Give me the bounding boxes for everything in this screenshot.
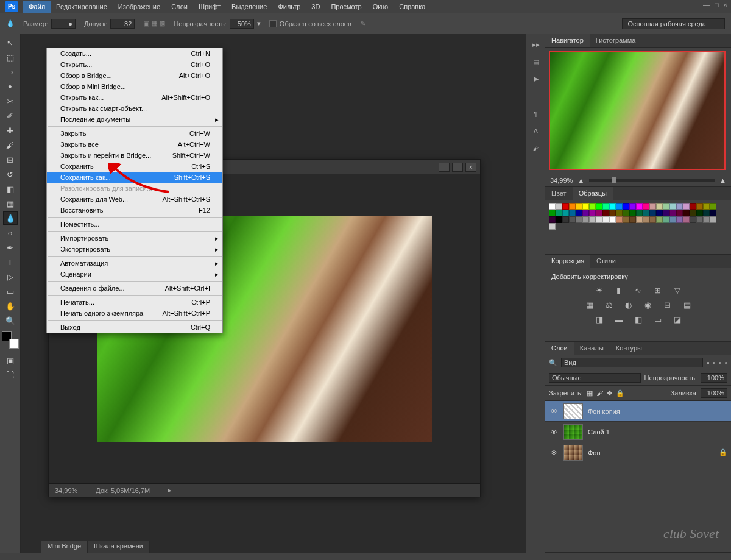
quickmask-tool[interactable]: ▣: [3, 353, 18, 367]
actions-panel-icon[interactable]: ▤: [530, 56, 542, 67]
vibrance-icon[interactable]: ▽: [671, 285, 683, 295]
doc-maximize-icon[interactable]: □: [452, 163, 463, 172]
menu-item[interactable]: Открыть...Ctrl+O: [47, 59, 222, 70]
swatch[interactable]: [676, 210, 683, 216]
brush-size-field[interactable]: ●: [51, 19, 76, 29]
swatch[interactable]: [690, 216, 696, 223]
lock-all-icon[interactable]: 🔒: [616, 389, 624, 397]
menu-item[interactable]: Сценарии▸: [47, 269, 222, 280]
swatch[interactable]: [629, 210, 636, 216]
swatch[interactable]: [549, 210, 556, 216]
menu-item[interactable]: Экспортировать▸: [47, 244, 222, 255]
menu-item[interactable]: ВосстановитьF12: [47, 205, 222, 216]
window-controls[interactable]: — □ ×: [703, 1, 727, 9]
swatch[interactable]: [549, 223, 556, 230]
tab-histogram[interactable]: Гистограмма: [590, 34, 642, 47]
swatch[interactable]: [629, 203, 636, 210]
doc-minimize-icon[interactable]: —: [439, 163, 450, 172]
tab-adjustments[interactable]: Коррекция: [545, 255, 590, 268]
swatch[interactable]: [656, 216, 663, 223]
blend-mode-select[interactable]: Обычные: [549, 373, 641, 383]
filter-icon[interactable]: ▫: [719, 359, 721, 366]
lasso-tool[interactable]: ⊃: [3, 65, 18, 79]
brightness-icon[interactable]: ☀: [593, 285, 606, 295]
invert-icon[interactable]: ◨: [593, 314, 606, 324]
workspace-selector[interactable]: Основная рабочая среда: [622, 18, 725, 29]
menu-item[interactable]: Сохранить как...Shift+Ctrl+S: [47, 172, 222, 183]
swatch[interactable]: [609, 203, 616, 210]
swatch[interactable]: [623, 216, 629, 223]
swatch[interactable]: [569, 216, 576, 223]
swatch[interactable]: [710, 203, 716, 210]
hue-icon[interactable]: ▦: [584, 300, 596, 310]
exposure-icon[interactable]: ⊞: [652, 285, 664, 295]
swatch[interactable]: [582, 216, 589, 223]
doc-close-icon[interactable]: ×: [465, 163, 476, 172]
selectivecolor-icon[interactable]: ◪: [671, 314, 683, 324]
swatch[interactable]: [683, 210, 690, 216]
swatch[interactable]: [569, 203, 576, 210]
swatch[interactable]: [609, 210, 616, 216]
bottom-tab[interactable]: Шкала времени: [88, 541, 150, 553]
posterize-icon[interactable]: ▬: [613, 314, 625, 324]
maximize-icon[interactable]: □: [715, 1, 719, 9]
eyedropper-tool[interactable]: ✐: [3, 109, 18, 122]
bottom-tab[interactable]: Mini Bridge: [41, 541, 88, 553]
bw-icon[interactable]: ◐: [623, 300, 635, 310]
path-tool[interactable]: ▷: [3, 270, 18, 283]
menu-фильтр[interactable]: Фильтр: [272, 1, 306, 13]
lock-pixels-icon[interactable]: 🖌: [596, 389, 603, 397]
visibility-icon[interactable]: 👁: [549, 408, 559, 415]
swatch[interactable]: [562, 203, 569, 210]
swatch[interactable]: [656, 203, 663, 210]
swatch[interactable]: [649, 203, 656, 210]
navigator-thumbnail[interactable]: [549, 51, 726, 170]
colorbalance-icon[interactable]: ⚖: [603, 300, 615, 310]
swatch[interactable]: [696, 210, 703, 216]
menu-item[interactable]: Обзор в Mini Bridge...: [47, 81, 222, 92]
tab-swatches[interactable]: Образцы: [573, 187, 613, 200]
layer-thumbnail[interactable]: [563, 445, 583, 461]
swatch[interactable]: [549, 216, 556, 223]
swatch[interactable]: [616, 210, 623, 216]
swatch[interactable]: [663, 210, 669, 216]
crop-tool[interactable]: ✂: [3, 94, 18, 108]
tab-channels[interactable]: Каналы: [574, 342, 610, 355]
swatch[interactable]: [663, 203, 669, 210]
swatch[interactable]: [669, 210, 676, 216]
layer-thumbnail[interactable]: [563, 424, 583, 440]
menu-item[interactable]: Сведения о файле...Alt+Shift+Ctrl+I: [47, 283, 222, 294]
swatch[interactable]: [602, 203, 609, 210]
shape-tool[interactable]: ▭: [3, 285, 18, 298]
swatch[interactable]: [556, 210, 562, 216]
zoom-level[interactable]: 34,99%: [55, 487, 77, 494]
swatch[interactable]: [656, 210, 663, 216]
menu-item[interactable]: Печать одного экземпляраAlt+Shift+Ctrl+P: [47, 308, 222, 319]
swatch[interactable]: [582, 203, 589, 210]
swatch[interactable]: [703, 216, 710, 223]
menu-3d[interactable]: 3D: [306, 1, 325, 13]
dodge-tool[interactable]: ○: [3, 226, 18, 239]
screenmode-tool[interactable]: ⛶: [3, 368, 18, 381]
swatch[interactable]: [696, 203, 703, 210]
menu-справка[interactable]: Справка: [394, 1, 431, 13]
eraser-tool[interactable]: ◧: [3, 182, 18, 196]
swatch[interactable]: [683, 203, 690, 210]
paragraph-panel-icon[interactable]: A: [530, 126, 542, 136]
pressure-icon[interactable]: ✎: [360, 19, 366, 27]
character-panel-icon[interactable]: ¶: [530, 108, 542, 119]
swatch[interactable]: [690, 210, 696, 216]
color-swatches[interactable]: [2, 331, 19, 349]
stamp-tool[interactable]: ⊞: [3, 153, 18, 166]
menu-item[interactable]: Последние документы▸: [47, 114, 222, 125]
threshold-icon[interactable]: ◧: [632, 314, 644, 324]
swatch[interactable]: [556, 216, 562, 223]
pen-tool[interactable]: ✒: [3, 241, 18, 254]
swatch[interactable]: [609, 216, 616, 223]
filter-kind-select[interactable]: Вид: [561, 358, 703, 367]
menu-item[interactable]: Обзор в Bridge...Alt+Ctrl+O: [47, 70, 222, 81]
menu-item[interactable]: Закрыть всеAlt+Ctrl+W: [47, 139, 222, 150]
swatch[interactable]: [636, 216, 643, 223]
swatch[interactable]: [629, 216, 636, 223]
swatch[interactable]: [703, 210, 710, 216]
